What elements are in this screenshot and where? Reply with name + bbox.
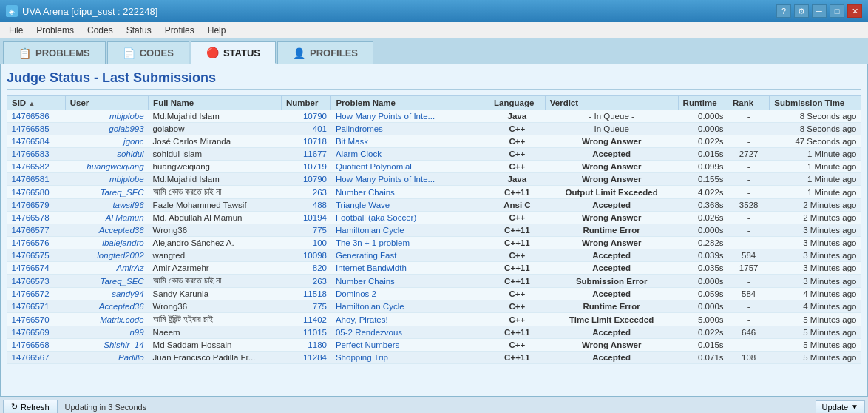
number-link[interactable]: 11677	[303, 150, 327, 158]
submissions-table-wrapper[interactable]: SID ▲ User Full Name Number Problem Name…	[7, 95, 861, 364]
user-link[interactable]: Tareq_SEC	[101, 277, 144, 286]
user-link[interactable]: mbjplobe	[109, 175, 144, 184]
col-header-subtime[interactable]: Submission Time	[770, 96, 861, 110]
number-link[interactable]: 11284	[303, 353, 327, 362]
sid-link[interactable]: 14766585	[12, 124, 50, 133]
problem-link[interactable]: How Many Points of Inte...	[336, 175, 435, 184]
problem-link[interactable]: Quotient Polynomial	[336, 162, 412, 171]
user-link[interactable]: Tareq_SEC	[101, 188, 144, 197]
user-link[interactable]: golab993	[109, 124, 143, 133]
problem-link[interactable]: Shopping Trip	[336, 353, 388, 362]
number-link[interactable]: 10194	[303, 213, 327, 222]
sid-link[interactable]: 14766580	[12, 188, 50, 197]
problem-link[interactable]: Bit Mask	[336, 137, 368, 146]
problem-link[interactable]: Palindromes	[336, 124, 383, 133]
number-link[interactable]: 100	[313, 238, 327, 247]
help-button[interactable]: ?	[776, 4, 791, 18]
sid-link[interactable]: 14766575	[12, 251, 50, 260]
user-link[interactable]: Matrix.code	[100, 315, 143, 324]
user-link[interactable]: sandy94	[112, 289, 143, 298]
sid-link[interactable]: 14766571	[12, 302, 50, 311]
col-header-fullname[interactable]: Full Name	[149, 96, 282, 110]
number-link[interactable]: 263	[313, 188, 327, 197]
user-link[interactable]: mbjplobe	[109, 112, 144, 121]
problem-link[interactable]: Triangle Wave	[336, 201, 390, 209]
update-button[interactable]: Update ▼	[816, 400, 865, 414]
problem-link[interactable]: How Many Points of Inte...	[336, 112, 435, 121]
menu-status[interactable]: Status	[121, 24, 157, 37]
close-button[interactable]: ✕	[847, 4, 862, 18]
maximize-button[interactable]: □	[830, 4, 844, 18]
sid-link[interactable]: 14766581	[12, 175, 50, 184]
sid-link[interactable]: 14766579	[12, 201, 50, 209]
settings-button[interactable]: ⚙	[794, 4, 809, 18]
user-link[interactable]: n99	[129, 328, 143, 337]
sid-link[interactable]: 14766572	[12, 289, 50, 298]
menu-profiles[interactable]: Profiles	[159, 24, 200, 37]
number-link[interactable]: 1180	[308, 340, 327, 349]
number-link[interactable]: 10718	[303, 137, 327, 146]
number-link[interactable]: 10790	[303, 112, 327, 121]
number-link[interactable]: 10719	[303, 162, 327, 171]
number-link[interactable]: 11518	[303, 289, 327, 298]
sid-link[interactable]: 14766570	[12, 315, 50, 324]
user-link[interactable]: huangweiqiang	[87, 162, 143, 171]
user-link[interactable]: tawsif96	[112, 201, 143, 209]
col-header-problem[interactable]: Problem Name	[331, 96, 489, 110]
minimize-button[interactable]: ─	[812, 4, 827, 18]
col-header-number[interactable]: Number	[281, 96, 330, 110]
tab-profiles[interactable]: 👤 PROFILES	[277, 41, 373, 64]
sid-link[interactable]: 14766574	[12, 263, 50, 272]
problem-link[interactable]: Perfect Numbers	[336, 340, 399, 349]
number-link[interactable]: 401	[313, 124, 327, 133]
tab-problems[interactable]: 📋 PROBLEMS	[3, 41, 106, 64]
sid-link[interactable]: 14766569	[12, 328, 50, 337]
problem-link[interactable]: Generating Fast	[336, 251, 396, 260]
user-link[interactable]: Accepted36	[99, 302, 144, 311]
number-link[interactable]: 11015	[303, 328, 327, 337]
tab-codes[interactable]: 📄 CODES	[107, 41, 189, 64]
sid-link[interactable]: 14766568	[12, 340, 50, 349]
user-link[interactable]: AmirAz	[117, 263, 144, 272]
sid-link[interactable]: 14766582	[12, 162, 50, 171]
col-header-language[interactable]: Language	[489, 96, 546, 110]
sid-link[interactable]: 14766573	[12, 277, 50, 286]
number-link[interactable]: 263	[313, 277, 327, 286]
sid-link[interactable]: 14766586	[12, 112, 50, 121]
number-link[interactable]: 10790	[303, 175, 327, 184]
problem-link[interactable]: Football (aka Soccer)	[336, 213, 416, 222]
user-link[interactable]: Al Mamun	[106, 213, 144, 222]
problem-link[interactable]: Alarm Clock	[336, 150, 382, 158]
sid-link[interactable]: 14766583	[12, 150, 50, 158]
problem-link[interactable]: The 3n + 1 problem	[336, 238, 410, 247]
number-link[interactable]: 775	[313, 226, 327, 235]
user-link[interactable]: longted2002	[97, 251, 143, 260]
problem-link[interactable]: Hamiltonian Cycle	[336, 226, 404, 235]
user-link[interactable]: ibalejandro	[102, 238, 143, 247]
sid-link[interactable]: 14766576	[12, 238, 50, 247]
number-link[interactable]: 820	[313, 263, 327, 272]
menu-file[interactable]: File	[3, 24, 29, 37]
sid-link[interactable]: 14766578	[12, 213, 50, 222]
col-header-sid[interactable]: SID ▲	[7, 96, 66, 110]
tab-status[interactable]: 🔴 STATUS	[191, 41, 276, 64]
number-link[interactable]: 775	[313, 302, 327, 311]
problem-link[interactable]: Number Chains	[336, 277, 395, 286]
problem-link[interactable]: 05-2 Rendezvous	[336, 328, 402, 337]
number-link[interactable]: 488	[313, 201, 327, 209]
col-header-runtime[interactable]: Runtime	[678, 96, 728, 110]
col-header-rank[interactable]: Rank	[728, 96, 770, 110]
refresh-button[interactable]: ↻ Refresh	[3, 400, 58, 413]
menu-problems[interactable]: Problems	[30, 24, 80, 37]
menu-codes[interactable]: Codes	[81, 24, 119, 37]
user-link[interactable]: Shishir_14	[104, 340, 143, 349]
user-link[interactable]: jgonc	[123, 137, 144, 146]
sid-link[interactable]: 14766584	[12, 137, 50, 146]
col-header-user[interactable]: User	[65, 96, 148, 110]
problem-link[interactable]: Number Chains	[336, 188, 395, 197]
user-link[interactable]: sohidul	[117, 150, 143, 158]
col-header-verdict[interactable]: Verdict	[545, 96, 678, 110]
user-link[interactable]: Accepted36	[99, 226, 144, 235]
number-link[interactable]: 11402	[303, 315, 327, 324]
sid-link[interactable]: 14766567	[12, 353, 50, 362]
